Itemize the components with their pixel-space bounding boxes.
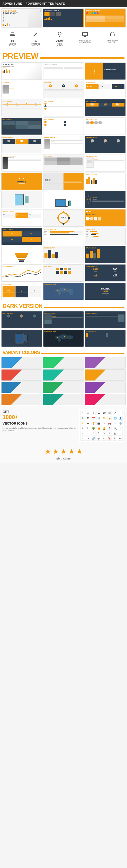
variant-lime-process[interactable]: 3 PROCESS <box>43 381 84 393</box>
dark-version-title: DARK VERSION <box>3 303 42 309</box>
feature-icons-library: 3000+ ICONSLIBRARY <box>56 31 64 46</box>
variant-colors-title: VARIANT COLORS <box>3 350 40 355</box>
variant-colors-bar <box>41 353 124 354</box>
slide-cycle-process[interactable]: CYCLE <box>43 209 84 226</box>
icon-info: ℹ <box>86 431 90 436</box>
icon-wifi: ◎ <box>96 436 101 441</box>
svg-rect-8 <box>84 36 86 37</box>
preview-title: PREVIEW <box>3 52 38 60</box>
slide-world-map[interactable]: WORLDWIDE MAP <box>43 283 84 300</box>
icon-music: ♪ <box>102 421 107 425</box>
unique-slides-number: 50 <box>11 39 14 42</box>
variant-blue-pricelist[interactable]: PRICELIST TABLE <box>1 357 42 369</box>
header-title: ADVENTURE - POWERPOINT TEMPLATE <box>3 2 65 5</box>
slide-adventure-cover[interactable]: ADVENTURE powerpoint template <box>1 62 42 80</box>
icon-link: 🔗 <box>91 436 96 441</box>
dark-slide-our-services[interactable]: OUR SERVICES <box>85 330 126 347</box>
slide-nexgen-chart[interactable]: NEXGEN CHART A B C D <box>43 246 84 263</box>
slide-our-services[interactable]: OUR SERVICES <box>43 118 84 135</box>
slide-our-vision[interactable]: OUR VISION ✦ Lorem ✦ Ipsum ✦ Dolor <box>43 81 84 98</box>
dark-slide-tablet-mockup[interactable] <box>1 330 42 347</box>
icon-minus: − <box>80 431 85 436</box>
slide-our-timeline-1[interactable]: OUR TIMELINE 2010 2012 2014 <box>1 99 42 117</box>
svg-rect-6 <box>83 32 88 36</box>
slide-custom-chart[interactable]: CUSTOM CHART <box>1 264 42 282</box>
slide-our-fun-facts[interactable]: OUR FUN FACTS 99% satisfied 500 clients … <box>85 264 126 282</box>
icon-pin: 📍 <box>107 426 112 430</box>
icon-arrow: → <box>118 410 123 415</box>
slide-swot-analysis[interactable]: SWOT ANALYSIS S W O T <box>1 227 42 245</box>
preview-bar <box>40 57 124 59</box>
slide-pricelist-table[interactable]: PRICELIST TABLE $9 $19 <box>1 209 42 226</box>
variant-violet-layer[interactable]: LAYER DIAGRAM <box>85 381 126 393</box>
variant-purple-layer[interactable]: LAYER DIAGRAM <box>85 357 126 369</box>
slide-meet-the-team-1[interactable]: MEET THE TEAM <box>85 118 126 135</box>
icon-ship: ⚓ <box>118 421 123 425</box>
slide-sample-chart[interactable]: SAMPLE CHART Q1 Q2 Q3 Q4 <box>85 246 126 263</box>
svg-rect-10 <box>114 34 115 36</box>
slide-smartwatch[interactable]: 12:30 SMART WATCH <box>85 191 126 208</box>
icon-camera: 📷 <box>96 421 101 425</box>
icon-dots: ⋯ <box>118 436 123 441</box>
variant-teal-process[interactable]: 3 PROCESS <box>43 369 84 381</box>
slide-tablet-mockup[interactable] <box>1 191 42 208</box>
icon-mail: ✉ <box>107 410 112 415</box>
slide-layer-diagram[interactable] <box>1 246 42 263</box>
svg-point-12 <box>59 287 68 292</box>
icon-tree: 🌳 <box>91 426 96 430</box>
svg-point-3 <box>58 32 61 35</box>
slide-comparison[interactable]: COMPARISON VS A B <box>1 283 42 300</box>
variant-green-process[interactable]: 3 PROCESS <box>43 357 84 369</box>
slide-profile-analysis[interactable]: PROFILE ANALYSIS Design Code Photo <box>43 227 84 245</box>
cover-slide-thumb[interactable]: ADVENTUREPOWERPOINT UNIQUE SLIDES 50 <box>1 8 42 28</box>
variant-coral-pricelist[interactable]: PRICELIST TABLE <box>1 394 42 405</box>
icons-section: GET 1000+ VECTOR ICONS this icons made f… <box>0 406 127 445</box>
dark-slide-about-product[interactable]: ABOUT PRODUCT <box>85 311 126 329</box>
slide-introduction[interactable]: INTRO INTRODUCTION <box>85 62 126 80</box>
dark-version-heading: DARK VERSION <box>0 301 127 310</box>
slide-meet-the-team-2[interactable]: MEET THE TEAM <box>1 136 42 153</box>
slide-our-portfolio[interactable]: OUR PORTFOLIO <box>85 154 126 172</box>
icons-description: this icons made for any kind categories,… <box>3 427 76 432</box>
svg-point-23 <box>58 338 61 342</box>
support-label: FREE & FASTSUPPORT <box>107 39 118 43</box>
dark-slide-portfolio[interactable]: OUR PORTFOLIO <box>43 311 84 329</box>
feature-support: FREE & FASTSUPPORT <box>107 31 118 43</box>
dark-slide-meet-team[interactable]: MEET THE TEAM <box>1 311 42 329</box>
variant-cyan-process[interactable]: 3 PROCESS <box>43 394 84 405</box>
icon-battery: ▭ <box>102 436 107 441</box>
slide-about-us[interactable]: ABOUT US <box>1 81 42 98</box>
preview-section-heading: PREVIEW <box>0 50 127 61</box>
variant-pink-layer[interactable]: LAYER DIAGRAM <box>85 394 126 405</box>
dark-slide-thumb[interactable]: TRUE PROFESSIONALS <box>43 8 84 28</box>
slide-our-process[interactable]: OUR PROCESS 1 2 3 4 <box>85 209 126 226</box>
slide-six-picture[interactable]: SIX PICTURE <box>43 154 84 172</box>
stars-rating-section: ★ ★ ★ ★ ★ gfxtra.com <box>0 445 127 463</box>
svg-rect-5 <box>59 36 60 37</box>
variant-red-pricelist[interactable]: PRICELIST TABLE <box>1 369 42 381</box>
dark-slide-world-map[interactable]: WORLDWIDE MAP <box>43 330 84 347</box>
svg-point-17 <box>64 289 65 290</box>
slide-our-slides[interactable]: OUR SLIDES <box>43 264 84 282</box>
slide-meet-the-team-4[interactable]: MEET THE TEAM Name Title Name Title Name <box>85 136 126 153</box>
orange-slide-thumb[interactable]: PASTEL RAINBOW <box>85 8 126 28</box>
slide-meet-the-team-3[interactable]: MEET THE TEAM <box>43 136 84 153</box>
slide-gantt-chart[interactable]: GANTT CHART Task 1 Task 2 Task 3 Task 4 <box>85 227 126 245</box>
slide-our-works[interactable]: OUR Works <box>1 173 42 190</box>
icon-check: ✓ <box>113 410 117 415</box>
feature-premade-colors: 10 PREMADECOLORS <box>32 31 40 46</box>
slide-sample-picture-2[interactable]: SAMPLE PICTURE <box>85 173 126 190</box>
slide-sample-picture-1[interactable]: SAMPLE PICTURE <box>43 173 84 190</box>
slide-devices-mockup[interactable] <box>43 191 84 208</box>
slide-our-vacation[interactable]: OUR VACATION 157K views 83K items 204K u… <box>85 99 126 117</box>
variant-orange-layer[interactable]: LAYER DIAGRAM <box>85 369 126 381</box>
slide-our-timeline-2[interactable]: OUR TIMELINE 1 2 3 <box>43 99 84 117</box>
slide-thank-you[interactable]: THANK YOU www.example.com <box>85 283 126 300</box>
premade-colors-number: 10 <box>35 39 37 42</box>
slide-table-of-content[interactable]: TABLE OF CONTENT <box>43 62 84 80</box>
slide-single-profile[interactable]: SINGLE PICTURE PROFILE FULL NAME <box>1 154 42 172</box>
headset-icon <box>109 31 115 39</box>
slide-our-wisdom[interactable]: OUR WISDOM 157K lorem ipsum 83K lorem ip… <box>85 81 126 98</box>
slide-our-gallery[interactable]: OUR GALLERY <box>1 118 42 135</box>
variant-darkblue-pricelist[interactable]: PRICELIST TABLE <box>1 381 42 393</box>
